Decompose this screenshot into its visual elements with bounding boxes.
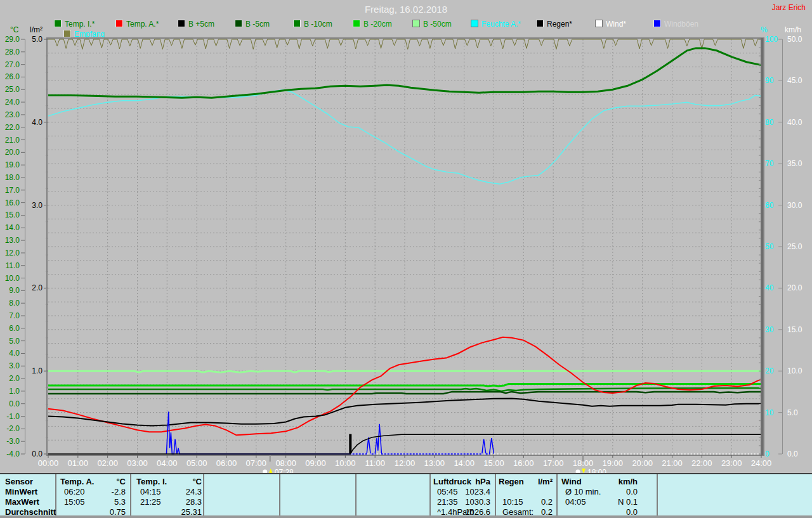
time-axis-label: 07:00 <box>246 458 267 468</box>
series-b50 <box>48 371 761 372</box>
table-cell-value: 1030.3 <box>433 497 490 507</box>
table-cell-value: 0.2 <box>499 497 553 507</box>
table-divider <box>556 474 558 517</box>
temp-axis-label: 19.0 <box>5 160 20 169</box>
rain-axis-label: 3.0 <box>32 201 43 210</box>
humidity-axis-label: 0 <box>765 450 769 458</box>
table-cell-value: 24.3 <box>136 487 202 496</box>
humidity-axis-label: 40 <box>765 283 774 292</box>
time-axis-label: 03:00 <box>127 458 148 468</box>
plot-border <box>47 38 764 455</box>
temp-axis-label: 23.0 <box>5 110 20 119</box>
time-axis-label: 00:00 <box>38 458 59 468</box>
table-row-label: MinWert <box>5 487 37 496</box>
table-cell-value: 1023.4 <box>433 487 490 496</box>
temp-axis-label: 25.0 <box>5 85 20 94</box>
temp-axis-label: 8.0 <box>9 299 20 308</box>
rain-axis-label: 2.0 <box>32 283 43 292</box>
temp-axis-label: 9.0 <box>9 286 20 295</box>
time-axis-label: 04:00 <box>157 458 178 468</box>
temp-axis-label: -1.0 <box>6 412 20 421</box>
humidity-axis-label: 50 <box>765 242 774 251</box>
temp-axis-label: 22.0 <box>5 123 20 132</box>
wind-axis-label: 5.0 <box>787 408 798 417</box>
humidity-axis-label: 70 <box>765 159 774 168</box>
temp-axis-label: 2.0 <box>9 374 20 383</box>
time-axis-label: 20:00 <box>632 458 653 468</box>
weather-station-window: Freitag, 16.02.2018 Jarz Erich Temp. I.*… <box>0 0 812 518</box>
wind-axis-label: 40.0 <box>787 118 802 127</box>
temp-axis-label: 10.0 <box>5 274 20 283</box>
table-cell-value: N 0.1 <box>561 497 638 507</box>
table-cell-value: 5.3 <box>60 497 126 507</box>
series-regen <box>48 434 761 454</box>
time-axis-label: 15:00 <box>483 458 504 468</box>
temp-axis-label: 24.0 <box>5 98 20 107</box>
temp-axis-label: 5.0 <box>9 337 20 346</box>
temp-axis-label: 11.0 <box>6 261 20 270</box>
rain-axis-label: 1.0 <box>32 366 43 375</box>
temp-axis-label: 14.0 <box>5 223 20 232</box>
time-axis-label: 17:00 <box>543 458 564 468</box>
humidity-axis-label: 30 <box>765 325 774 334</box>
temp-axis-label: 17.0 <box>5 186 20 195</box>
time-axis-label: 08:00 <box>275 458 296 468</box>
table-divider <box>429 474 431 517</box>
table-divider <box>130 474 131 517</box>
temp-axis-label: 3.0 <box>9 361 20 370</box>
time-axis-label: 10:00 <box>335 458 356 468</box>
wind-axis-label: 25.0 <box>787 242 802 251</box>
time-axis-label: 01:00 <box>68 458 89 468</box>
time-axis-label: 02:00 <box>97 458 118 468</box>
humidity-axis-label: 20 <box>765 366 774 375</box>
temp-axis-label: 12.0 <box>5 249 20 257</box>
table-col-unit: km/h <box>561 477 638 486</box>
temp-axis-label: 7.0 <box>9 311 20 320</box>
temp-axis-label: -3.0 <box>6 437 20 446</box>
temp-axis-label: -2.0 <box>6 424 20 433</box>
time-axis-label: 09:00 <box>305 458 326 468</box>
table-cell-value: -2.8 <box>60 487 126 496</box>
temp-axis-label: 27.0 <box>5 60 20 69</box>
humidity-axis-label: 10 <box>765 408 774 417</box>
time-axis-label: 22:00 <box>691 458 712 468</box>
wind-axis-label: 45.0 <box>787 76 802 85</box>
temp-axis-label: 21.0 <box>5 136 20 145</box>
temp-axis-label: 26.0 <box>5 72 20 81</box>
series-windboen <box>166 411 494 454</box>
rain-axis-label: 4.0 <box>32 118 43 127</box>
table-divider <box>495 474 496 517</box>
table-divider <box>657 474 658 517</box>
window-bottom-edge <box>0 515 812 518</box>
temp-axis-label: 1.0 <box>9 387 20 396</box>
wind-axis-label: 15.0 <box>787 325 802 334</box>
temp-axis-label: 20.0 <box>5 148 20 157</box>
table-divider <box>203 474 204 517</box>
wind-axis-label: 50.0 <box>787 35 802 44</box>
temp-axis-label: 6.0 <box>9 324 20 333</box>
table-divider <box>355 474 357 517</box>
temp-axis-label: 13.0 <box>5 236 20 245</box>
stats-table: SensorMinWertMaxWertDurchschnittTemp. A.… <box>0 473 812 517</box>
table-col-unit: hPa <box>433 477 490 486</box>
wind-axis-label: 35.0 <box>787 159 802 168</box>
time-axis-label: 23:00 <box>721 458 742 468</box>
temp-axis-label: 4.0 <box>9 349 20 358</box>
temp-axis-label: 18.0 <box>5 173 20 182</box>
humidity-axis-label: 60 <box>765 201 774 210</box>
time-axis-label: 06:00 <box>216 458 237 468</box>
rain-axis-label: 0.0 <box>32 450 43 458</box>
table-col-unit: °C <box>60 477 126 486</box>
series-b10 <box>48 388 761 391</box>
temp-axis-label: -4.0 <box>6 450 20 458</box>
table-cell-value: 28.3 <box>136 497 202 507</box>
wind-axis-label: 10.0 <box>787 366 802 375</box>
humidity-axis-label: 100 <box>765 35 778 44</box>
time-axis-label: 05:00 <box>187 458 207 468</box>
temp-axis-label: 28.0 <box>5 48 20 56</box>
wind-axis-label: 30.0 <box>787 201 802 210</box>
time-axis-label: 13:00 <box>424 458 445 468</box>
series-b5plus <box>48 398 761 425</box>
time-axis-label: 16:00 <box>513 458 534 468</box>
rain-axis-label: 5.0 <box>32 35 43 44</box>
